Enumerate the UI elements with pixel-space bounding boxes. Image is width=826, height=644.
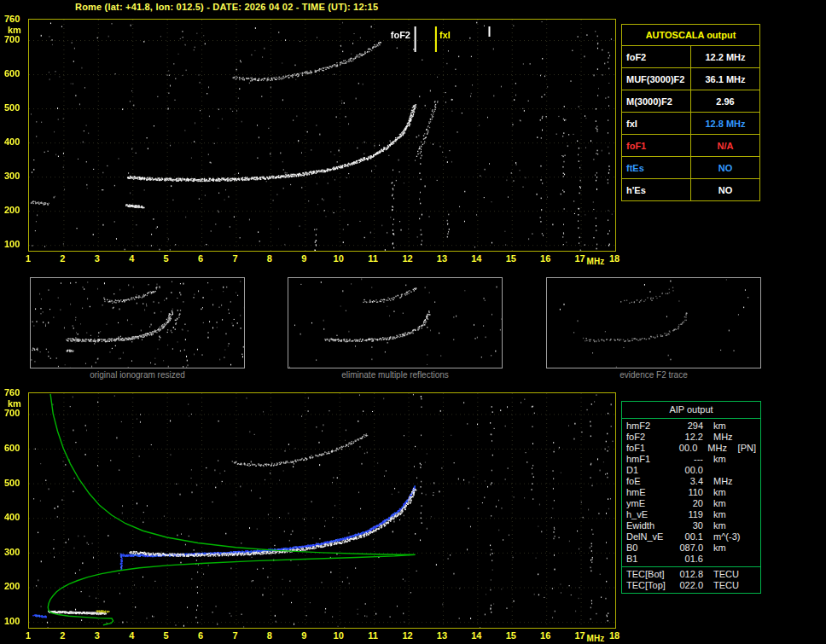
aip-unit: km	[703, 454, 744, 465]
aip-row: foF212.2MHz	[622, 432, 760, 443]
autoscala-param-label: foF2	[622, 46, 691, 68]
autoscala-window: Rome (lat: +41.8, lon: 012.5) - DATE: 20…	[0, 0, 826, 644]
x-axis-label: 1	[20, 630, 37, 641]
aip-unit: km	[703, 498, 744, 509]
x-axis-label: 11	[364, 630, 381, 641]
aip-value: 087.0	[674, 542, 703, 554]
x-axis-label: 18	[606, 253, 623, 264]
x-axis-label: 8	[261, 630, 278, 641]
x-axis-label: 2	[54, 630, 71, 641]
aip-unit: km	[703, 520, 744, 531]
x-axis-label: 15	[503, 630, 520, 641]
aip-value: 3.4	[674, 476, 703, 487]
x-axis-label: 14	[468, 630, 485, 641]
x-axis-label: 13	[433, 253, 451, 264]
autoscala-param-value: NO	[691, 179, 760, 201]
y-axis-label: 760	[4, 387, 20, 397]
aip-row: ymE20km	[622, 498, 760, 509]
aip-extra	[744, 432, 746, 443]
aip-extra	[744, 421, 746, 432]
y-axis-label: 200	[4, 581, 20, 591]
x-axis-label: 10	[330, 253, 347, 264]
autoscala-param-label: h'Es	[622, 179, 691, 201]
aip-output-table: AIP output hmF2294kmfoF212.2MHzfoF100.0M…	[621, 401, 761, 594]
aip-extra	[744, 531, 746, 542]
x-axis-label: 16	[537, 253, 554, 264]
autoscala-row: foF212.2 MHz	[622, 46, 760, 68]
aip-name: h_vE	[626, 509, 674, 520]
autoscala-param-label: ftEs	[622, 157, 691, 179]
panel-caption-eliminate: eliminate multiple reflections	[288, 370, 503, 380]
aip-extra	[744, 520, 746, 531]
aip-row: foE3.4MHz	[622, 476, 760, 487]
y-axis-label: 600	[4, 68, 20, 78]
aip-name: foE	[626, 476, 674, 487]
autoscala-row: ftEsNO	[622, 157, 760, 179]
x-axis-label: 12	[399, 630, 416, 641]
panel-original-canvas	[31, 278, 244, 368]
y-axis-label: 600	[4, 443, 20, 453]
aip-extra	[744, 542, 746, 554]
x-axis-label: 7	[226, 630, 243, 641]
panel-eliminate-reflections	[288, 277, 503, 368]
x-axis-label: 2	[54, 253, 71, 264]
aip-rows: hmF2294kmfoF212.2MHzfoF100.0MHz[PN]hmF1-…	[622, 419, 760, 566]
aip-tec-rows: TEC[Bot]012.8TECUTEC[Top]022.0TECU	[622, 566, 760, 593]
profile-ionogram-plot	[28, 392, 616, 629]
aip-row: hmE110km	[622, 487, 760, 498]
aip-unit: km	[703, 421, 744, 432]
aip-name: Ewidth	[626, 520, 674, 531]
aip-row: DelN_vE00.1m^(-3)	[622, 531, 760, 542]
aip-name: foF1	[626, 443, 671, 454]
aip-value: 012.8	[674, 569, 703, 580]
x-axis-label: 1	[20, 253, 37, 264]
aip-extra	[744, 509, 746, 520]
x-axis-label: 14	[468, 253, 485, 264]
aip-row: B101.6	[622, 554, 760, 565]
aip-unit	[703, 554, 744, 565]
aip-value: 294	[674, 421, 703, 432]
x-axis-label: 8	[261, 253, 278, 264]
aip-extra: [PN]	[736, 443, 756, 454]
aip-unit: km	[703, 487, 744, 498]
aip-value: 022.0	[674, 580, 703, 591]
y-axis-label: 700	[4, 34, 20, 44]
autoscala-row: MUF(3000)F236.1 MHz	[622, 68, 760, 90]
x-axis-unit: MHz	[587, 257, 605, 266]
aip-name: foF2	[626, 432, 674, 443]
ionogram-canvas	[29, 20, 615, 251]
x-axis-label: 13	[433, 630, 451, 641]
autoscala-output-table: AUTOSCALA output foF212.2 MHzMUF(3000)F2…	[621, 24, 760, 201]
aip-unit: TECU	[703, 569, 744, 580]
aip-extra	[744, 465, 746, 476]
y-axis-unit: km	[8, 25, 21, 35]
x-axis-label: 5	[158, 630, 175, 641]
x-axis-label: 7	[226, 253, 243, 264]
aip-unit: km	[703, 509, 744, 520]
panel-caption-original: original ionogram resized	[30, 370, 245, 380]
aip-name: DelN_vE	[626, 531, 674, 542]
aip-row: hmF1---km	[622, 454, 760, 465]
autoscala-param-value: 36.1 MHz	[691, 68, 760, 90]
x-axis-label: 16	[537, 630, 554, 641]
aip-value: 12.2	[674, 432, 703, 443]
panel-evidence-f2	[546, 277, 761, 368]
x-axis-label: 9	[295, 253, 312, 264]
x-axis-label: 12	[399, 253, 416, 264]
aip-unit: m^(-3)	[703, 531, 744, 542]
aip-table-title: AIP output	[622, 402, 760, 419]
autoscala-param-label: foF1	[622, 135, 691, 157]
autoscala-param-value: N/A	[691, 135, 760, 157]
aip-name: B0	[626, 542, 674, 554]
y-axis-label: 500	[4, 102, 20, 113]
y-axis-label: 100	[4, 239, 20, 249]
x-axis-label: 10	[330, 630, 347, 641]
y-axis-label: 760	[4, 14, 20, 24]
autoscala-row: foF1N/A	[622, 135, 760, 157]
aip-name: TEC[Bot]	[626, 569, 674, 580]
aip-extra	[744, 554, 746, 565]
aip-unit: MHz	[703, 432, 744, 443]
aip-row: D100.0	[622, 465, 760, 476]
x-axis-label: 17	[572, 630, 589, 641]
aip-extra	[744, 454, 746, 465]
